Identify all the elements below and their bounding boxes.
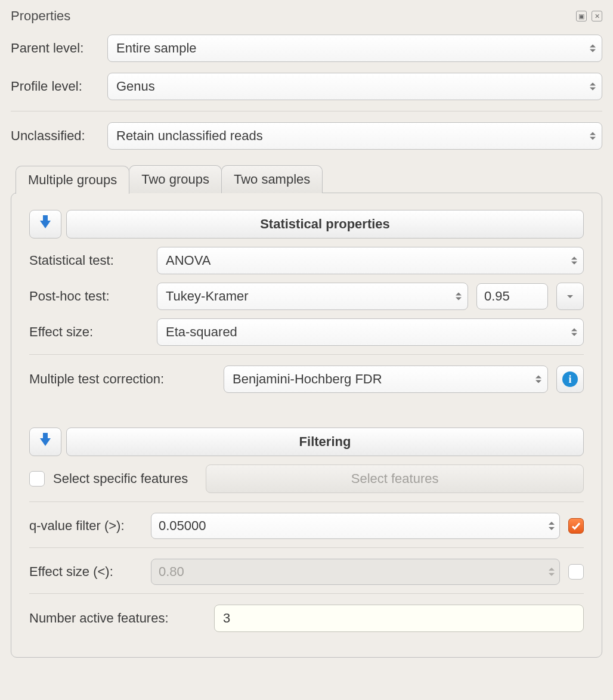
spin-icon: [549, 522, 555, 530]
close-icon[interactable]: ✕: [592, 11, 602, 21]
filtering-section-title[interactable]: Filtering: [66, 428, 584, 456]
spin-icon: [549, 568, 555, 576]
statistical-section-title[interactable]: Statistical properties: [66, 210, 584, 239]
mtc-label: Multiple test correction:: [29, 371, 215, 387]
separator: [29, 501, 584, 502]
num-active-value: 3: [223, 611, 230, 625]
separator: [29, 354, 584, 355]
effect-size-filter-label: Effect size (<):: [29, 564, 143, 580]
num-active-field: 3: [214, 605, 584, 632]
parent-level-value: Entire sample: [116, 41, 197, 55]
tab-two-groups[interactable]: Two groups: [129, 165, 222, 193]
unclassified-label: Unclassified:: [11, 128, 99, 144]
mtc-value: Benjamini-Hochberg FDR: [233, 371, 382, 386]
qvalue-value: 0.05000: [159, 518, 206, 533]
posthoc-label: Post-hoc test:: [29, 289, 148, 304]
effect-size-label: Effect size:: [29, 324, 148, 340]
unclassified-combo[interactable]: Retain unclassified reads: [107, 122, 602, 150]
tab-two-samples[interactable]: Two samples: [221, 165, 323, 193]
spin-icon: [571, 329, 577, 336]
filtering-section-header: Filtering: [29, 428, 584, 456]
titlebar: Properties ▣ ✕: [11, 8, 602, 24]
effect-size-filter-spinbox: 0.80: [151, 559, 560, 585]
effect-size-combo[interactable]: Eta-squared: [157, 318, 584, 346]
tabs: Multiple groups Two groups Two samples: [11, 165, 602, 193]
unclassified-value: Retain unclassified reads: [116, 128, 263, 143]
qvalue-label: q-value filter (>):: [29, 518, 143, 534]
mtc-info-button[interactable]: i: [556, 366, 584, 393]
separator: [11, 111, 602, 111]
posthoc-alpha-value: 0.95: [484, 289, 510, 303]
parent-level-row: Parent level: Entire sample: [11, 35, 602, 62]
select-features-button[interactable]: Select features: [206, 464, 584, 493]
panel-title: Properties: [11, 8, 70, 24]
parent-level-combo[interactable]: Entire sample: [107, 35, 602, 62]
effect-size-enable-checkbox[interactable]: [568, 564, 584, 580]
statistical-section-header: Statistical properties: [29, 210, 584, 239]
posthoc-alpha-dropdown[interactable]: [556, 283, 584, 310]
detach-icon[interactable]: ▣: [576, 11, 587, 21]
select-specific-checkbox[interactable]: [29, 471, 45, 487]
mtc-row: Multiple test correction: Benjamini-Hoch…: [29, 366, 584, 393]
down-arrow-icon: [40, 221, 51, 228]
select-specific-label: Select specific features: [53, 471, 188, 487]
effect-size-filter-row: Effect size (<): 0.80: [29, 559, 584, 585]
parent-level-label: Parent level:: [11, 41, 99, 56]
spin-icon: [590, 83, 596, 91]
statistical-test-value: ANOVA: [166, 253, 210, 268]
spin-icon: [571, 257, 577, 265]
profile-level-combo[interactable]: Genus: [107, 73, 602, 100]
profile-level-row: Profile level: Genus: [11, 73, 602, 100]
qvalue-row: q-value filter (>): 0.05000: [29, 513, 584, 539]
collapse-button-stats[interactable]: [29, 210, 61, 239]
spin-icon: [456, 293, 462, 301]
statistical-test-combo[interactable]: ANOVA: [157, 247, 584, 274]
num-active-label: Number active features:: [29, 611, 206, 626]
spin-icon: [590, 45, 596, 52]
tab-multiple-groups[interactable]: Multiple groups: [16, 166, 129, 194]
spin-icon: [535, 376, 541, 383]
spin-icon: [590, 132, 596, 140]
profile-level-value: Genus: [116, 79, 155, 94]
select-specific-row: Select specific features Select features: [29, 464, 584, 493]
window-icons: ▣ ✕: [576, 11, 602, 21]
unclassified-row: Unclassified: Retain unclassified reads: [11, 122, 602, 150]
separator: [29, 593, 584, 594]
qvalue-enable-checkbox[interactable]: [568, 518, 584, 534]
profile-level-label: Profile level:: [11, 79, 99, 94]
qvalue-spinbox[interactable]: 0.05000: [151, 513, 560, 539]
posthoc-value: Tukey-Kramer: [166, 289, 249, 303]
effect-size-value: Eta-squared: [166, 324, 237, 339]
mtc-combo[interactable]: Benjamini-Hochberg FDR: [224, 366, 548, 393]
effect-size-row: Effect size: Eta-squared: [29, 318, 584, 346]
posthoc-alpha-spin[interactable]: 0.95: [476, 283, 548, 309]
num-active-row: Number active features: 3: [29, 605, 584, 632]
info-icon: i: [562, 371, 578, 387]
posthoc-combo[interactable]: Tukey-Kramer: [157, 283, 468, 310]
effect-size-filter-value: 0.80: [159, 564, 184, 579]
collapse-button-filtering[interactable]: [29, 428, 61, 456]
tab-body: Statistical properties Statistical test:…: [11, 193, 602, 658]
properties-panel: Properties ▣ ✕ Parent level: Entire samp…: [0, 0, 613, 658]
separator: [29, 547, 584, 548]
posthoc-row: Post-hoc test: Tukey-Kramer 0.95: [29, 283, 584, 310]
statistical-test-label: Statistical test:: [29, 253, 148, 268]
statistical-test-row: Statistical test: ANOVA: [29, 247, 584, 274]
chevron-down-icon: [567, 295, 573, 298]
down-arrow-icon: [40, 438, 51, 446]
